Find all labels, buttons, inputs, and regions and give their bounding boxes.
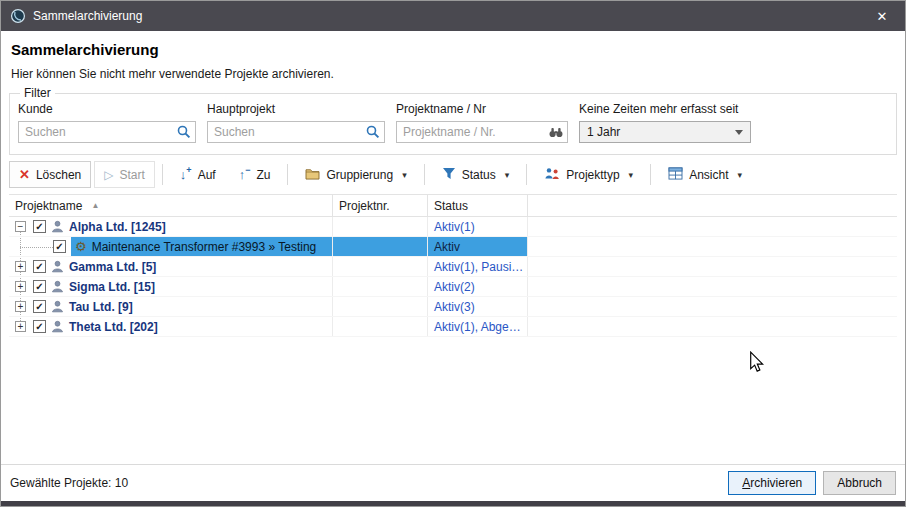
delete-button[interactable]: ✕ Löschen xyxy=(9,161,91,188)
projektname-input[interactable] xyxy=(396,121,568,143)
tree-expand-toggle[interactable]: + xyxy=(15,321,26,332)
column-header-projektname[interactable]: Projektname ▲ xyxy=(9,195,333,216)
toolbar-separator xyxy=(424,164,425,185)
check-icon: ✓ xyxy=(55,242,63,252)
projektnr-cell xyxy=(333,317,428,336)
table-row-selected[interactable]: ✓ ⚙ Maintenance Transformer #3993 » Test… xyxy=(9,237,897,257)
column-header-status[interactable]: Status xyxy=(428,195,528,216)
search-icon[interactable] xyxy=(365,124,381,140)
customer-icon xyxy=(51,220,64,233)
tree-collapse-toggle[interactable]: − xyxy=(15,221,26,232)
tree-expand-toggle[interactable]: + xyxy=(15,301,26,312)
chevron-down-icon: ▾ xyxy=(505,170,510,180)
check-icon: ✓ xyxy=(35,282,43,292)
zeitraum-label: Keine Zeiten mehr erfasst seit xyxy=(579,102,751,116)
table-row[interactable]: − ✓ Alpha Ltd. [1245] Aktiv(1) xyxy=(9,217,897,237)
projecttype-label: Projekttyp xyxy=(566,168,619,182)
project-gear-icon: ⚙ xyxy=(75,240,87,253)
start-label: Start xyxy=(120,168,145,182)
project-tree-table: Projektname ▲ Projektnr. Status − ✓ Alph… xyxy=(9,194,897,464)
status-filter-label: Status xyxy=(462,168,496,182)
tree-indent xyxy=(9,237,53,256)
customer-icon xyxy=(51,260,64,273)
kunde-search-input[interactable] xyxy=(18,121,196,143)
projektnr-cell xyxy=(333,257,428,276)
zeitraum-dropdown[interactable]: 1 Jahr xyxy=(579,121,751,143)
hauptprojekt-search-input[interactable] xyxy=(207,121,385,143)
customer-icon xyxy=(51,280,64,293)
table-row[interactable]: + ✓ Theta Ltd. [202] Aktiv(1), Abge… xyxy=(9,317,897,337)
row-checkbox[interactable]: ✓ xyxy=(33,280,46,293)
toolbar-separator xyxy=(526,164,527,185)
status-filter-dropdown-button[interactable]: Status ▾ xyxy=(432,161,520,188)
grouping-dropdown-button[interactable]: Gruppierung ▾ xyxy=(295,161,416,188)
page-header: Sammelarchivierung Hier können Sie nicht… xyxy=(1,31,905,83)
expand-all-button[interactable]: ↓+ Auf xyxy=(170,161,226,188)
tree-expand-toggle[interactable]: + xyxy=(15,281,26,292)
projektnr-cell xyxy=(333,277,428,296)
row-checkbox[interactable]: ✓ xyxy=(33,260,46,273)
toolbar: ✕ Löschen ▷ Start ↓+ Auf ↑− Zu Gruppieru… xyxy=(1,155,905,193)
tree-expand-toggle[interactable]: + xyxy=(15,261,26,272)
collapse-all-icon: ↑− xyxy=(239,168,251,181)
close-button[interactable]: ✕ xyxy=(859,1,905,31)
project-type-icon xyxy=(544,167,560,183)
view-dropdown-button[interactable]: Ansicht ▾ xyxy=(658,161,752,188)
filter-zeitraum-group: Keine Zeiten mehr erfasst seit 1 Jahr xyxy=(579,102,751,143)
selected-projects-count: Gewählte Projekte: 10 xyxy=(10,476,128,490)
table-row[interactable]: + ✓ Sigma Ltd. [15] Aktiv(2) xyxy=(9,277,897,297)
table-header-row: Projektname ▲ Projektnr. Status xyxy=(9,195,897,217)
kunde-label: Kunde xyxy=(18,102,196,116)
archive-button[interactable]: Archivieren xyxy=(728,471,816,495)
start-button[interactable]: ▷ Start xyxy=(94,161,155,188)
column-header-empty xyxy=(528,195,897,216)
toolbar-separator xyxy=(287,164,288,185)
row-checkbox[interactable]: ✓ xyxy=(33,220,46,233)
check-icon: ✓ xyxy=(35,302,43,312)
view-label: Ansicht xyxy=(689,168,728,182)
projecttype-dropdown-button[interactable]: Projekttyp ▾ xyxy=(534,161,643,188)
collapse-all-label: Zu xyxy=(256,168,270,182)
row-checkbox[interactable]: ✓ xyxy=(33,320,46,333)
status-cell: Aktiv(3) xyxy=(428,297,528,316)
column-header-projektnr[interactable]: Projektnr. xyxy=(333,195,428,216)
window-bottom-edge xyxy=(1,501,905,506)
expand-all-label: Auf xyxy=(198,168,216,182)
zeitraum-value: 1 Jahr xyxy=(587,125,620,139)
collapse-all-button[interactable]: ↑− Zu xyxy=(229,161,281,188)
cancel-button[interactable]: Abbruch xyxy=(823,471,896,495)
toolbar-separator xyxy=(162,164,163,185)
customer-icon xyxy=(51,320,64,333)
title-bar: Sammelarchivierung ✕ xyxy=(1,1,905,31)
projektnr-cell xyxy=(333,217,428,236)
table-row[interactable]: + ✓ Tau Ltd. [9] Aktiv(3) xyxy=(9,297,897,317)
selection-highlight: ⚙ Maintenance Transformer #3993 » Testin… xyxy=(71,237,332,256)
close-icon: ✕ xyxy=(877,9,888,24)
toolbar-separator xyxy=(650,164,651,185)
page-title: Sammelarchivierung xyxy=(11,41,895,58)
search-icon[interactable] xyxy=(176,124,192,140)
expand-all-icon: ↓+ xyxy=(180,168,192,181)
app-icon xyxy=(10,8,26,24)
table-row[interactable]: + ✓ Gamma Ltd. [5] Aktiv(1), Pausi… xyxy=(9,257,897,277)
row-checkbox[interactable]: ✓ xyxy=(33,300,46,313)
page-subtitle: Hier können Sie nicht mehr verwendete Pr… xyxy=(11,67,895,81)
status-cell: Aktiv(2) xyxy=(428,277,528,296)
status-cell: Aktiv(1), Pausi… xyxy=(428,257,528,276)
projektnr-cell xyxy=(333,297,428,316)
chevron-down-icon: ▾ xyxy=(629,170,634,180)
delete-x-icon: ✕ xyxy=(19,168,30,181)
hauptprojekt-label: Hauptprojekt xyxy=(207,102,385,116)
customer-icon xyxy=(51,300,64,313)
projektnr-cell xyxy=(333,237,428,256)
folder-icon xyxy=(305,167,320,183)
delete-label: Löschen xyxy=(36,168,81,182)
chevron-down-icon: ▾ xyxy=(737,170,742,180)
customer-group-name: Gamma Ltd. [5] xyxy=(69,260,156,274)
play-icon: ▷ xyxy=(104,169,113,181)
row-checkbox[interactable]: ✓ xyxy=(53,240,66,253)
dialog-sammelarchivierung: Sammelarchivierung ✕ Sammelarchivierung … xyxy=(0,0,906,507)
binoculars-icon xyxy=(548,124,564,140)
status-cell: Aktiv xyxy=(428,237,528,256)
grouping-label: Gruppierung xyxy=(326,168,393,182)
